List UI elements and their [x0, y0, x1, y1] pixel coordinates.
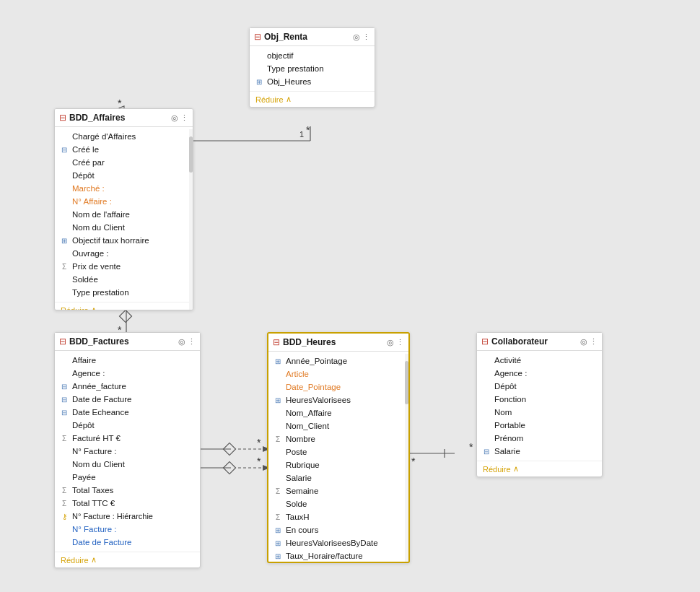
- field-label-nom-affaire-h: Nom_Affaire: [286, 409, 332, 417]
- field-heures-valorisees: ⊞ HeuresValorisees: [268, 393, 408, 406]
- field-icon-heures-val-by-date: ⊞: [273, 539, 283, 547]
- field-tauxH: Σ TauxH: [268, 510, 408, 523]
- scroll-thumb-heures[interactable]: [405, 361, 408, 404]
- field-label-affaire-fac: Affaire: [72, 356, 96, 365]
- field-label-n-facture: N° Facture :: [72, 447, 116, 456]
- field-salarie-col: ⊟ Salarie: [477, 445, 602, 458]
- table-obj-renta[interactable]: ⊟ Obj_Renta ◎ ⋮ objectif Type prestation…: [249, 27, 375, 108]
- field-depot-fac: Dépôt: [55, 419, 200, 432]
- svg-text:*: *: [118, 97, 122, 109]
- field-obj-taux: ⊞ Objectif taux horraire: [55, 234, 193, 247]
- field-label-cree-le: Créé le: [72, 145, 99, 154]
- field-label-type-prest-aff: Type prestation: [72, 288, 129, 297]
- scroll-thumb-affaires[interactable]: [189, 136, 193, 173]
- field-label-ouvrage: Ouvrage :: [72, 249, 109, 258]
- field-label-date-pointage: Date_Pointage: [286, 383, 341, 391]
- field-icon-facture-ht: Σ: [59, 435, 69, 443]
- field-n-facture-hier-sub: N° Facture :: [55, 523, 200, 536]
- field-icon-cree-le: ⊟: [59, 146, 69, 154]
- db-icon-collaborateur: ⊟: [481, 336, 489, 347]
- field-label-nom-client-aff: Nom du Client: [72, 223, 125, 232]
- table-bdd-affaires[interactable]: ⊟ BDD_Affaires ◎ ⋮ Chargé d'Affaires ⊟ C…: [54, 108, 193, 310]
- table-title-obj-renta: Obj_Renta: [264, 32, 350, 42]
- field-icon-annee-facture: ⊟: [59, 383, 69, 391]
- field-label-nom-client-h: Nom_Client: [286, 422, 329, 430]
- field-label-n-affaire: N° Affaire :: [72, 197, 112, 206]
- reduce-button-bdd-factures[interactable]: Réduire ∧: [55, 552, 200, 567]
- field-label-portable: Portable: [494, 421, 525, 430]
- field-label-salarie-col: Salarie: [494, 447, 520, 456]
- table-actions-obj-renta[interactable]: ◎ ⋮: [353, 32, 370, 42]
- table-header-bdd-heures: ⊟ BDD_Heures ◎ ⋮: [268, 334, 408, 352]
- reduce-button-bdd-affaires[interactable]: Réduire ∧: [55, 302, 193, 310]
- field-label-tauxH: TauxH: [286, 513, 310, 521]
- field-label-total-ttc: Total TTC €: [72, 499, 115, 508]
- field-n-affaire: N° Affaire :: [55, 195, 193, 208]
- field-label-depot-col: Dépôt: [494, 382, 517, 391]
- reduce-arrow-bdd-affaires: ∧: [91, 305, 97, 310]
- db-icon-affaires: ⊟: [59, 113, 66, 123]
- field-label-prix-vente: Prix de vente: [72, 262, 121, 271]
- svg-text:1: 1: [299, 130, 304, 139]
- field-label-charge-affaires: Chargé d'Affaires: [72, 132, 136, 141]
- field-icon-total-ttc: Σ: [59, 500, 69, 508]
- table-actions-collaborateur[interactable]: ◎ ⋮: [580, 337, 598, 347]
- field-label-prenom: Prénom: [494, 434, 523, 443]
- field-cree-par: Créé par: [55, 156, 193, 169]
- reduce-label-obj-renta: Réduire: [255, 95, 284, 104]
- field-date-facture: ⊟ Date de Facture: [55, 393, 200, 406]
- table-bdd-factures[interactable]: ⊟ BDD_Factures ◎ ⋮ Affaire Agence : ⊟ An…: [54, 332, 201, 568]
- field-agence-fac: Agence :: [55, 367, 200, 380]
- table-actions-bdd-factures[interactable]: ◎ ⋮: [178, 337, 196, 347]
- field-label-type-prestation: Type prestation: [267, 64, 324, 73]
- field-semaine: Σ Semaine: [268, 484, 408, 497]
- field-facture-ht: Σ Facturé HT €: [55, 432, 200, 445]
- reduce-button-obj-renta[interactable]: Réduire ∧: [250, 91, 375, 107]
- table-actions-bdd-affaires[interactable]: ◎ ⋮: [171, 113, 188, 123]
- field-label-n-facture-hier: N° Facture : Hiérarchie: [72, 512, 153, 521]
- field-label-activite: Activité: [494, 356, 521, 365]
- field-label-objectif: objectif: [267, 51, 293, 60]
- svg-text:*: *: [411, 456, 416, 467]
- reduce-arrow-obj-renta: ∧: [286, 95, 292, 104]
- field-prix-vente: Σ Prix de vente: [55, 260, 193, 273]
- table-body-bdd-factures: Affaire Agence : ⊟ Année_facture ⊟ Date …: [55, 351, 200, 552]
- table-body-bdd-affaires: Chargé d'Affaires ⊟ Créé le Créé par Dép…: [55, 127, 193, 302]
- reduce-arrow-collaborateur: ∧: [513, 464, 519, 474]
- field-label-depot-aff: Dépôt: [72, 171, 95, 180]
- field-label-soldee: Soldée: [72, 275, 98, 284]
- field-nom-client-fac: Nom du Client: [55, 458, 200, 471]
- db-icon-heures: ⊟: [273, 337, 280, 347]
- field-nom-col: Nom: [477, 406, 602, 419]
- field-charge-affaires: Chargé d'Affaires: [55, 130, 193, 143]
- field-label-taux-hor-fac: Taux_Horaire/facture: [286, 552, 363, 560]
- field-icon-obj-taux: ⊞: [59, 237, 69, 245]
- field-icon-date-echeance: ⊟: [59, 409, 69, 417]
- field-prenom: Prénom: [477, 432, 602, 445]
- field-label-nom-affaire: Nom de l'affaire: [72, 210, 130, 219]
- svg-text:*: *: [306, 124, 310, 136]
- field-label-nombre: Nombre: [286, 435, 315, 443]
- table-header-bdd-affaires: ⊟ BDD_Affaires ◎ ⋮: [55, 109, 193, 127]
- table-actions-bdd-heures[interactable]: ◎ ⋮: [387, 338, 404, 347]
- field-depot-aff: Dépôt: [55, 169, 193, 182]
- field-label-semaine: Semaine: [286, 487, 318, 495]
- scroll-track-heures: [405, 354, 408, 562]
- field-label-poste: Poste: [286, 448, 307, 456]
- field-label-agence-fac: Agence :: [72, 369, 105, 378]
- field-date-echeance: ⊟ Date Echeance: [55, 406, 200, 419]
- field-label-heures-val-by-date: HeuresValoriseesByDate: [286, 539, 378, 547]
- field-nombre: Σ Nombre: [268, 432, 408, 445]
- field-annee-facture: ⊟ Année_facture: [55, 380, 200, 393]
- field-label-depot-fac: Dépôt: [72, 421, 95, 430]
- field-agence-col: Agence :: [477, 367, 602, 380]
- reduce-button-collaborateur[interactable]: Réduire ∧: [477, 461, 602, 476]
- svg-rect-12: [224, 443, 236, 456]
- field-obj-heures: ⊞ Obj_Heures: [250, 75, 375, 88]
- table-bdd-heures[interactable]: ⊟ BDD_Heures ◎ ⋮ ⊞ Année_Pointage Articl…: [267, 332, 410, 563]
- field-label-total-taxes: Total Taxes: [72, 486, 113, 495]
- field-solde-h: Solde: [268, 497, 408, 510]
- field-affaire-fac: Affaire: [55, 354, 200, 367]
- table-collaborateur[interactable]: ⊟ Collaborateur ◎ ⋮ Activité Agence : Dé…: [476, 332, 603, 477]
- field-fonction: Fonction: [477, 393, 602, 406]
